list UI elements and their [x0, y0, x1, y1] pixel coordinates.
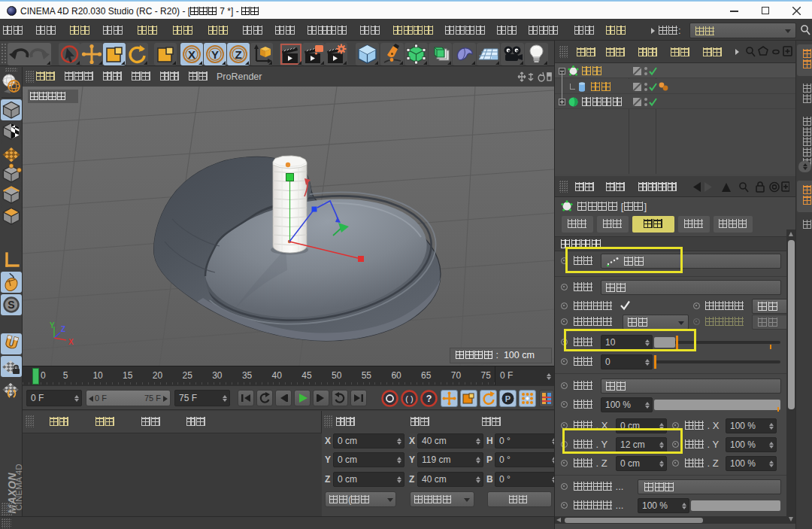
svg-text:S: S [8, 299, 14, 311]
svg-text:?: ? [426, 394, 432, 404]
svg-text:X: X [188, 48, 195, 61]
svg-text:P: P [505, 394, 511, 403]
svg-text:X: X [68, 338, 74, 346]
svg-text:Z: Z [61, 325, 65, 333]
svg-text:( ): ( ) [405, 394, 413, 403]
svg-text:Z: Z [235, 48, 241, 61]
svg-text:Y: Y [211, 48, 219, 61]
svg-text:Y: Y [50, 321, 55, 330]
